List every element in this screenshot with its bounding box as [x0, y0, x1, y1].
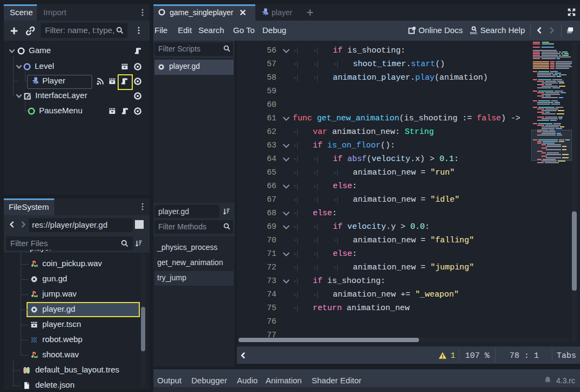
svg-text:DOC: DOC [470, 31, 478, 35]
